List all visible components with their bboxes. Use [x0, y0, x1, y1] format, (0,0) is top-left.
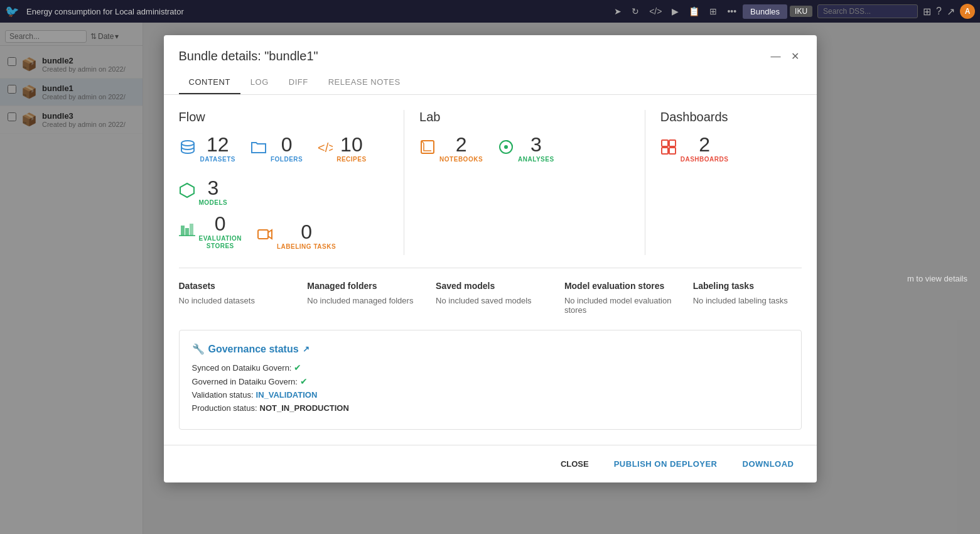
validation-row: Validation status: IN_VALIDATION	[192, 390, 789, 400]
governance-title-text: Governance status	[208, 344, 299, 355]
section-divider	[179, 268, 802, 268]
refresh-btn[interactable]: ↻	[628, 4, 643, 19]
production-row: Production status: NOT_IN_PRODUCTION	[192, 403, 789, 413]
tab-log[interactable]: LOG	[240, 72, 279, 94]
saved-models-table: Saved models No included saved models	[436, 281, 544, 315]
svg-point-0	[181, 141, 194, 146]
svg-rect-14	[669, 148, 676, 154]
stat-recipes: </> 10 RECIPES	[318, 134, 366, 163]
labeling-icon	[257, 227, 273, 245]
code-btn[interactable]: </>	[645, 4, 665, 19]
modal-minimize-btn[interactable]: —	[768, 48, 783, 65]
validation-label: Validation status:	[192, 390, 254, 400]
app-title: Energy consumption for Local administrat…	[26, 7, 608, 16]
svg-rect-7	[258, 230, 268, 239]
recipes-count: 10	[340, 134, 363, 155]
production-label: Production status:	[192, 403, 257, 413]
stats-sections: Flow 12	[179, 110, 802, 255]
svg-rect-13	[662, 148, 668, 154]
trend-icon[interactable]: ↗	[947, 6, 955, 18]
governed-label: Governed in Dataiku Govern:	[192, 377, 298, 386]
svg-rect-5	[190, 224, 193, 236]
folders-icon	[250, 140, 267, 158]
svg-rect-4	[185, 228, 189, 236]
governed-checkmark: ✔	[300, 376, 308, 386]
tab-content[interactable]: CONTENT	[179, 72, 240, 94]
tab-release-notes[interactable]: RELEASE NOTES	[318, 72, 411, 94]
notebooks-icon	[419, 139, 436, 159]
modal-header: Bundle details: "bundle1" — ✕	[164, 35, 817, 65]
datasets-table-title: Datasets	[179, 281, 288, 291]
publish-button[interactable]: PUBLISH ON DEPLOYER	[606, 455, 725, 472]
managed-folders-empty: No included managed folders	[307, 296, 416, 305]
doc-btn[interactable]: 📋	[685, 4, 703, 19]
more-btn[interactable]: •••	[723, 4, 740, 19]
modal-close-btn[interactable]: ✕	[789, 48, 802, 65]
validation-value[interactable]: IN_VALIDATION	[256, 390, 318, 400]
global-search-input[interactable]	[817, 4, 918, 18]
datasets-count: 12	[207, 134, 229, 155]
analyses-label: ANALYSES	[518, 156, 554, 163]
saved-models-title: Saved models	[436, 281, 544, 291]
lab-section-title: Lab	[419, 110, 630, 124]
analyses-count: 3	[530, 134, 542, 155]
saved-models-empty: No included saved models	[436, 296, 544, 305]
flow-stats-row2: 0 EVALUATIONSTORES	[179, 214, 389, 250]
synced-label: Synced on Dataiku Govern:	[192, 363, 292, 373]
dashboards-count: 2	[699, 134, 710, 155]
recipes-label: RECIPES	[337, 156, 366, 163]
help-icon[interactable]: ?	[936, 6, 942, 17]
apps-grid-icon[interactable]: ⊞	[923, 6, 931, 18]
overlay-hint: m to view details	[907, 274, 967, 283]
lab-stats-row: 2 NOTEBOOKS	[419, 134, 630, 163]
bundle-details-modal: Bundle details: "bundle1" — ✕ CONTENT LO…	[164, 35, 817, 482]
lab-section: Lab 2	[404, 110, 645, 255]
eval-label: EVALUATIONSTORES	[199, 235, 242, 250]
stat-models: 3 MODELS	[179, 178, 228, 206]
production-value: NOT_IN_PRODUCTION	[260, 403, 349, 413]
stat-analyses: 3 ANALYSES	[498, 134, 554, 163]
deploy-btn[interactable]: ➤	[610, 4, 625, 19]
svg-marker-2	[180, 183, 194, 197]
svg-rect-3	[181, 226, 185, 236]
flow-section-title: Flow	[179, 110, 389, 124]
governance-external-link[interactable]: ↗	[303, 344, 310, 354]
datasets-table: Datasets No included datasets	[179, 281, 288, 315]
model-eval-title: Model evaluation stores	[564, 281, 673, 291]
iku-btn[interactable]: IKU	[790, 6, 812, 17]
labeling-count: 0	[301, 222, 312, 242]
folders-count: 0	[281, 134, 293, 155]
nav-right: IKU ⊞ ? ↗ A	[790, 4, 975, 19]
download-button[interactable]: DOWNLOAD	[735, 455, 802, 472]
dashboards-icon	[660, 139, 677, 159]
stat-dashboards: 2 DASHBOARDS	[660, 134, 729, 163]
svg-point-10	[504, 145, 508, 149]
modal-tabs: CONTENT LOG DIFF RELEASE NOTES	[164, 65, 817, 95]
close-button[interactable]: CLOSE	[553, 455, 596, 472]
analyses-icon	[498, 139, 514, 159]
top-navbar: 🐦 Energy consumption for Local administr…	[0, 0, 980, 23]
grid-btn[interactable]: ⊞	[706, 4, 721, 19]
model-eval-table: Model evaluation stores No included mode…	[564, 281, 673, 315]
dashboards-label: DASHBOARDS	[681, 156, 729, 163]
models-count: 3	[207, 178, 218, 198]
dashboards-section: Dashboards	[645, 110, 802, 255]
modal-controls: — ✕	[768, 48, 802, 65]
managed-folders-title: Managed folders	[307, 281, 416, 291]
bundles-btn[interactable]: Bundles	[743, 4, 787, 19]
stat-notebooks: 2 NOTEBOOKS	[419, 134, 483, 163]
synced-checkmark: ✔	[294, 362, 301, 373]
run-btn[interactable]: ▶	[668, 4, 682, 19]
modal-title: Bundle details: "bundle1"	[179, 49, 318, 63]
dashboards-stats-row: 2 DASHBOARDS	[660, 134, 787, 163]
svg-rect-11	[662, 140, 668, 146]
synced-row: Synced on Dataiku Govern: ✔	[192, 362, 789, 373]
eval-icon	[179, 222, 195, 242]
tab-diff[interactable]: DIFF	[279, 72, 318, 94]
data-tables: Datasets No included datasets Managed fo…	[179, 281, 802, 315]
recipes-icon: </>	[318, 139, 333, 158]
labeling-tasks-title: Labeling tasks	[693, 281, 802, 291]
user-avatar[interactable]: A	[960, 4, 975, 19]
stat-folders: 0 FOLDERS	[250, 134, 303, 163]
stat-datasets: 12 DATASETS	[179, 134, 235, 163]
